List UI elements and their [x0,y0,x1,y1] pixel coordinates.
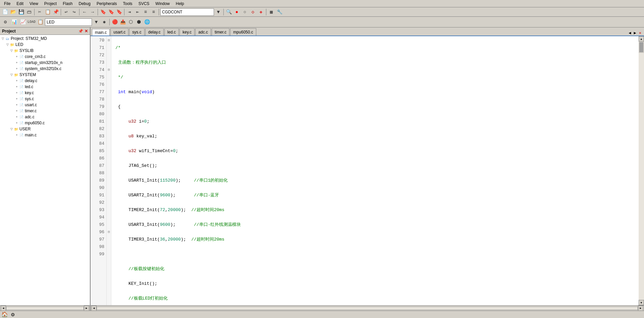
tree-item-timer[interactable]: + 📄 timer.c [0,108,90,114]
bookmark-btn2[interactable]: 🔖 [107,8,115,16]
hscroll-right-arrow[interactable]: ▶ [84,306,89,311]
tab-timer-c[interactable]: timer.c [212,28,229,36]
menu-help[interactable]: Help [173,1,187,6]
cut-button[interactable]: ✂ [36,8,43,16]
tree-item-led[interactable]: ▽ 📁 LED [0,42,90,48]
hscroll-left-arrow[interactable]: ◀ [1,306,6,311]
tree-item-user[interactable]: ▽ 📁 USER [0,126,90,132]
format-btn1[interactable]: ≡ [142,8,149,16]
vscroll-thumb[interactable] [639,42,643,52]
tb2-chip5[interactable]: 🌐 [143,18,151,26]
tab-mpu-c[interactable]: mpu6050.c [230,28,256,36]
menu-view[interactable]: View [27,1,41,6]
tb2-chip1[interactable]: 🔴 [111,18,118,26]
paste-button[interactable]: 📌 [52,8,59,16]
tb2-btn1[interactable]: ⚙ [1,18,9,26]
vscroll-up-arrow[interactable]: ▲ [639,36,644,42]
tb2-btn4[interactable]: LOAD [28,18,36,26]
fold-96[interactable]: ⊟ [107,229,111,236]
tab-scroll-left[interactable]: ◀ [627,30,632,36]
back-button[interactable]: ← [81,8,88,16]
vscrollbar[interactable]: ▲ ▼ [639,36,644,305]
view-btn[interactable]: ▦ [268,8,275,16]
bookmark-btn3[interactable]: 🔖 [115,8,123,16]
menu-file[interactable]: File [1,1,13,6]
indent-btn[interactable]: ⇥ [126,8,133,16]
tb2-chip2[interactable]: 📤 [119,18,126,26]
tb2-btn3[interactable]: 📈 [19,18,27,26]
copy-button[interactable]: 📋 [44,8,51,16]
tb2-btn5[interactable]: 📋 [36,18,44,26]
new-button[interactable]: 📄 [1,8,9,16]
close-panel-icon[interactable]: ✕ [85,29,88,34]
tab-led-c[interactable]: led.c [164,28,179,36]
tab-usart-c[interactable]: usart.c [110,28,128,36]
settings-btn[interactable]: 🔧 [276,8,283,16]
tree-item-sys[interactable]: + 📄 sys.c [0,96,90,102]
project-dropdown[interactable] [45,18,92,26]
menu-svcs[interactable]: SVCS [136,1,152,6]
tree-item-root[interactable]: ▽ 🗂 Project: STM32_MD [0,36,90,42]
menu-tools[interactable]: Tools [120,1,135,6]
pin-icon[interactable]: 📌 [78,29,83,34]
menu-debug[interactable]: Debug [76,1,93,6]
fold-74[interactable]: ⊟ [107,66,111,74]
tree-item-adc[interactable]: + 📄 adc.c [0,114,90,120]
bookmark-btn1[interactable]: 🔖 [99,8,107,16]
tab-sys-c[interactable]: sys.c [129,28,144,36]
close-editor-icon[interactable]: ✕ [638,30,643,36]
tree-item-key[interactable]: + 📄 key.c [0,90,90,96]
tab-adc-c[interactable]: adc.c [195,28,211,36]
forward-button[interactable]: → [89,8,96,16]
tree-item-main[interactable]: + 📄 main.c [0,132,90,138]
tb2-drop-arrow[interactable]: ▼ [93,18,100,26]
dbg-btn4[interactable]: ◆ [257,8,265,16]
format-btn2[interactable]: ≡ [150,8,157,16]
unindent-btn[interactable]: ⇤ [134,8,141,16]
code-content[interactable]: /* 主函数：程序执行的入口 */ int main(void) { u32 i… [111,36,639,305]
tree-item-startup[interactable]: + 📄 startup_stm32f10x_n [0,60,90,66]
menu-project[interactable]: Project [42,1,59,6]
tree-item-delay[interactable]: + 📄 delay.c [0,78,90,84]
redo-button[interactable]: ↪ [70,8,78,16]
tree-item-led-c[interactable]: + 📄 led.c [0,84,90,90]
tree-item-system[interactable]: + 📄 system_stm32f10x.c [0,66,90,72]
tree-item-syslib[interactable]: ▽ 📁 SYSLIB [0,48,90,54]
open-button[interactable]: 📂 [9,8,17,16]
tree-item-mpu[interactable]: + 📄 mpu6050.c [0,120,90,126]
vscroll-down-arrow[interactable]: ▼ [639,300,644,305]
menu-edit[interactable]: Edit [14,1,26,6]
tree-item-core[interactable]: + 📄 core_cm3.c [0,54,90,60]
ln-94: 94 [91,214,104,221]
fold-70[interactable]: ⊟ [107,37,111,44]
code-hscroll-left[interactable]: ◀ [91,306,97,311]
tab-scroll-right[interactable]: ▶ [633,30,638,36]
code-hscrollbar[interactable]: ◀ ▶ [91,305,644,311]
tab-key-c[interactable]: key.c [179,28,195,36]
project-hscrollbar[interactable]: ◀ ▶ [0,305,90,311]
menu-flash[interactable]: Flash [60,1,75,6]
save-button[interactable]: 💾 [17,8,25,16]
tb2-chip3[interactable]: ⬡ [127,18,135,26]
dbg-btn1[interactable]: ● [233,8,240,16]
tree-item-usart[interactable]: + 📄 usart.c [0,102,90,108]
tb2-select-btn[interactable]: ✱ [101,18,108,26]
tb2-btn2[interactable]: 📊 [10,18,18,26]
target-dropdown[interactable] [160,8,214,16]
search-btn[interactable]: 🔍 [225,8,232,16]
tab-delay-c[interactable]: delay.c [145,28,164,36]
tab-main-c[interactable]: main.c [92,29,110,36]
fold-98 [107,243,111,251]
undo-button[interactable]: ↩ [62,8,70,16]
dbg-btn3[interactable]: ◇ [249,8,257,16]
tb2-chip4[interactable]: ⬢ [135,18,143,26]
expand-mpu-icon: + [15,121,19,125]
code-line-84 [115,251,639,258]
dbg-btn2[interactable]: ○ [241,8,249,16]
tree-item-system-folder[interactable]: ▽ 📁 SYSTEM [0,72,90,78]
target-btn1[interactable]: ▼ [215,8,222,16]
menu-peripherals[interactable]: Peripherals [94,1,120,6]
save-all-button[interactable]: 🗃 [25,8,33,16]
code-hscroll-right[interactable]: ▶ [638,306,643,311]
menu-window[interactable]: Window [153,1,172,6]
